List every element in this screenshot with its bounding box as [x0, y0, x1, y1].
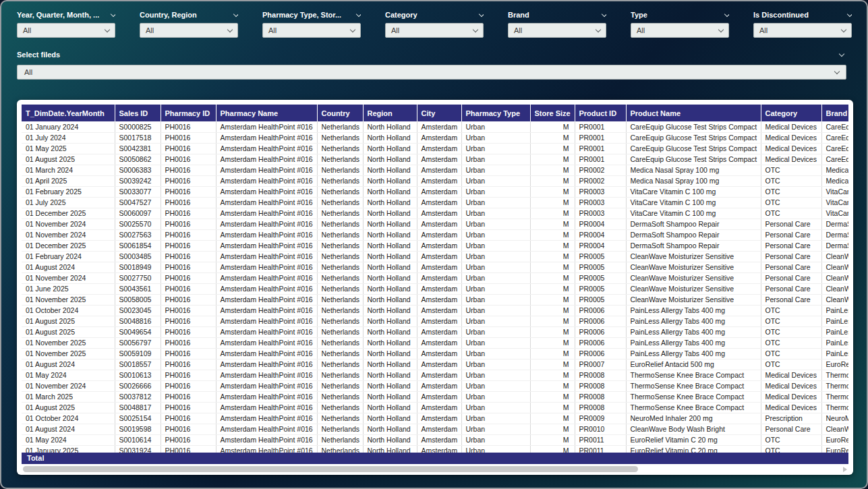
- table-cell: Amsterdam: [417, 359, 461, 370]
- chevron-down-icon[interactable]: [847, 11, 852, 16]
- table-cell: Netherlands: [317, 229, 363, 240]
- table-row[interactable]: 01 November 2024S0027750PH0016Amsterdam …: [22, 272, 848, 283]
- table-row[interactable]: 01 November 2024S0027563PH0016Amsterdam …: [22, 229, 848, 240]
- filter-brand-dropdown[interactable]: All: [508, 23, 606, 38]
- table-cell: Urban: [461, 316, 530, 326]
- table-cell: S0027750: [115, 272, 161, 283]
- table-row[interactable]: 01 August 2024S0019598PH0016Amsterdam He…: [22, 424, 848, 434]
- table-cell: M: [530, 154, 575, 165]
- table-row[interactable]: 01 May 2024S0010613PH0016Amsterdam Healt…: [22, 370, 848, 380]
- column-header[interactable]: Pharmacy Type: [461, 105, 530, 121]
- table-cell: Amsterdam: [417, 251, 461, 262]
- table-row[interactable]: 01 August 2024S0018949PH0016Amsterdam He…: [22, 262, 848, 272]
- table-row[interactable]: 01 November 2025S0059109PH0016Amsterdam …: [22, 348, 848, 359]
- table-cell: Amsterdam: [417, 348, 461, 359]
- filter-type-dropdown[interactable]: All: [631, 23, 729, 38]
- column-header[interactable]: City: [417, 105, 461, 121]
- table-row[interactable]: 01 January 2025S0031924PH0016Amsterdam H…: [22, 445, 848, 453]
- column-header[interactable]: Category: [761, 105, 821, 121]
- table-cell: ThermoSense Knee Brace Compact: [626, 391, 761, 402]
- table-cell: EuroRelief: [821, 434, 848, 445]
- filter-category-dropdown[interactable]: All: [385, 23, 484, 38]
- scrollbar-thumb[interactable]: [23, 466, 638, 472]
- table-cell: Amsterdam HealthPoint #016: [216, 251, 317, 262]
- horizontal-scrollbar[interactable]: [22, 464, 848, 475]
- table-cell: S0031924: [115, 445, 161, 453]
- table-cell: S0056797: [115, 337, 161, 348]
- table-cell: Urban: [461, 391, 530, 402]
- column-header[interactable]: Sales ID: [115, 105, 161, 121]
- table-row[interactable]: 01 August 2025S0048817PH0016Amsterdam He…: [22, 402, 848, 413]
- table-cell: Amsterdam: [417, 337, 461, 348]
- table-row[interactable]: 01 November 2025S0056797PH0016Amsterdam …: [22, 337, 848, 348]
- table-row[interactable]: 01 June 2025S0043561PH0016Amsterdam Heal…: [22, 283, 848, 294]
- table-cell: North Holland: [363, 326, 417, 337]
- table-cell: PH0016: [161, 316, 216, 326]
- table-row[interactable]: 01 November 2025S0058005PH0016Amsterdam …: [22, 294, 848, 305]
- filter-date-dropdown[interactable]: All: [17, 23, 115, 38]
- table-row[interactable]: 01 August 2025S0049654PH0016Amsterdam He…: [22, 326, 848, 337]
- table-row[interactable]: 01 February 2024S0003485PH0016Amsterdam …: [22, 251, 848, 262]
- table-row[interactable]: 01 July 2024S0017518PH0016Amsterdam Heal…: [22, 132, 848, 143]
- table-row[interactable]: 01 August 2025S0050862PH0016Amsterdam He…: [22, 154, 848, 165]
- chevron-down-icon[interactable]: [111, 11, 115, 16]
- table-row[interactable]: 01 April 2025S0039242PH0016Amsterdam Hea…: [22, 175, 848, 186]
- column-header[interactable]: T_DimDate.YearMonth: [22, 105, 115, 121]
- chevron-down-icon[interactable]: [233, 11, 238, 16]
- table-cell: M: [530, 316, 575, 326]
- table-cell: Personal Care: [761, 424, 821, 434]
- column-header[interactable]: Product ID: [575, 105, 626, 121]
- column-header[interactable]: Brand: [821, 105, 848, 121]
- table-row[interactable]: 01 August 2024S0018557PH0016Amsterdam He…: [22, 359, 848, 370]
- column-header[interactable]: Region: [363, 105, 417, 121]
- chevron-down-icon[interactable]: [356, 11, 361, 16]
- select-fields-dropdown[interactable]: All: [17, 65, 846, 80]
- total-label: Total: [27, 454, 44, 462]
- column-header[interactable]: Product Name: [626, 105, 761, 121]
- table-cell: Amsterdam: [417, 175, 461, 186]
- chevron-down-icon[interactable]: [839, 51, 844, 56]
- table-row[interactable]: 01 December 2025S0060097PH0016Amsterdam …: [22, 208, 848, 219]
- table-row[interactable]: 01 January 2024S0000825PH0016Amsterdam H…: [22, 121, 848, 132]
- table-row[interactable]: 01 October 2024S0023045PH0016Amsterdam H…: [22, 305, 848, 316]
- table-row[interactable]: 01 December 2025S0061854PH0016Amsterdam …: [22, 240, 848, 251]
- filter-is-discontinued: Is Discontinued All: [753, 8, 852, 38]
- table-row[interactable]: 01 November 2024S0025570PH0016Amsterdam …: [22, 219, 848, 229]
- filter-is-discontinued-dropdown[interactable]: All: [753, 23, 852, 38]
- table-cell: PH0016: [161, 413, 216, 424]
- table-cell: Urban: [461, 434, 530, 445]
- table-row[interactable]: 01 July 2025S0047527PH0016Amsterdam Heal…: [22, 197, 848, 208]
- table-cell: North Holland: [363, 121, 417, 132]
- column-header[interactable]: Store Size: [530, 105, 575, 121]
- chevron-down-icon[interactable]: [602, 11, 606, 16]
- table-cell: Netherlands: [317, 359, 363, 370]
- table-cell: ThermoSense: [821, 370, 848, 380]
- table-cell: PH0016: [161, 272, 216, 283]
- column-header[interactable]: Country: [317, 105, 363, 121]
- table-row[interactable]: 01 February 2025S0033077PH0016Amsterdam …: [22, 186, 848, 197]
- table-row[interactable]: 01 August 2025S0048816PH0016Amsterdam He…: [22, 316, 848, 326]
- table-cell: DermaSoft: [821, 229, 848, 240]
- column-header[interactable]: Pharmacy ID: [161, 105, 216, 121]
- table-cell: Netherlands: [317, 121, 363, 132]
- chevron-down-icon[interactable]: [479, 11, 484, 16]
- filter-title: Year, Quarter, Month, ...: [17, 11, 99, 19]
- filter-pharmacy-type-dropdown[interactable]: All: [262, 23, 361, 38]
- table-row[interactable]: 01 May 2025S0042381PH0016Amsterdam Healt…: [22, 143, 848, 154]
- table-row[interactable]: 01 May 2024S0010614PH0016Amsterdam Healt…: [22, 434, 848, 445]
- chevron-down-icon[interactable]: [724, 11, 729, 16]
- table-cell: North Holland: [363, 294, 417, 305]
- table-row[interactable]: 01 November 2024S0026666PH0016Amsterdam …: [22, 380, 848, 391]
- scroll-right-arrow-icon[interactable]: [843, 467, 847, 472]
- table-row[interactable]: 01 October 2024S0025154PH0016Amsterdam H…: [22, 413, 848, 424]
- column-header[interactable]: Pharmacy Name: [216, 105, 317, 121]
- table-row[interactable]: 01 March 2024S0006383PH0016Amsterdam Hea…: [22, 165, 848, 175]
- table-cell: PH0016: [161, 154, 216, 165]
- table-cell: Medical Devices: [761, 402, 821, 413]
- chevron-down-icon: [841, 26, 846, 32]
- filter-country-region-dropdown[interactable]: All: [140, 23, 238, 38]
- table-cell: ThermoSense Knee Brace Compact: [626, 402, 761, 413]
- table-cell: Amsterdam: [417, 370, 461, 380]
- table-row[interactable]: 01 March 2025S0037812PH0016Amsterdam Hea…: [22, 391, 848, 402]
- table-cell: PR0003: [575, 186, 626, 197]
